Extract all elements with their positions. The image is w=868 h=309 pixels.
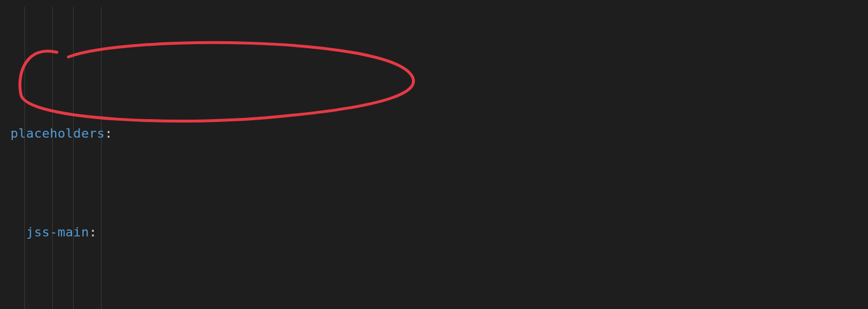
code-line[interactable]: placeholders: [10, 124, 868, 143]
annotation-circle [10, 39, 428, 125]
colon: : [89, 225, 97, 239]
code-editor[interactable]: placeholders: jss-main: - componentName:… [0, 0, 868, 309]
indent-guides [10, 0, 42, 309]
colon: : [105, 126, 113, 141]
yaml-key: jss-main [26, 225, 89, 239]
yaml-key: placeholders [10, 126, 105, 141]
code-line[interactable]: jss-main: [10, 222, 868, 242]
